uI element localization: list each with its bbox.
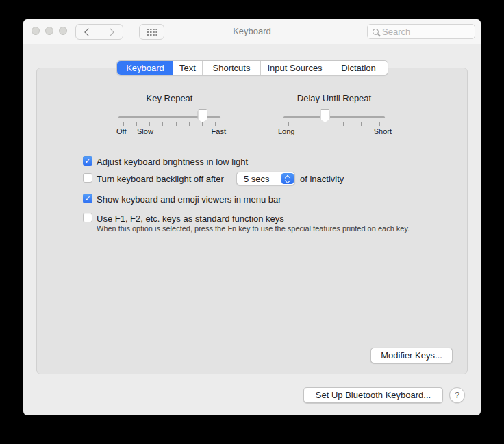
search-icon [373, 29, 379, 35]
setup-bluetooth-keyboard-button[interactable]: Set Up Bluetooth Keyboard... [303, 387, 443, 403]
checkbox-function-keys-label: Use F1, F2, etc. keys as standard functi… [97, 213, 284, 224]
slider-track[interactable] [284, 116, 385, 118]
slider-label-fast: Fast [212, 127, 226, 135]
popup-stepper [281, 173, 294, 184]
checkbox-show-viewers-label: Show keyboard and emoji viewers in menu … [97, 194, 281, 205]
tab-input-sources[interactable]: Input Sources [261, 61, 329, 75]
modifier-keys-button[interactable]: Modifier Keys... [370, 348, 453, 363]
checkbox-backlight-off-label: Turn keyboard backlight off after [97, 174, 224, 184]
checkbox-function-keys[interactable] [83, 213, 92, 222]
checkbox-show-viewers[interactable] [83, 194, 92, 203]
search-field[interactable] [367, 24, 475, 39]
slider-label-short: Short [374, 127, 392, 135]
slider-label-off: Off [116, 127, 126, 135]
slider-ticks [288, 122, 380, 126]
checkbox-adjust-brightness-label: Adjust keyboard brightness in low light [97, 157, 248, 167]
slider-thumb[interactable] [197, 109, 207, 122]
key-repeat-slider[interactable]: Key Repeat Off Slow Fast [118, 93, 220, 137]
checkbox-backlight-off[interactable] [83, 173, 92, 183]
help-button[interactable]: ? [449, 387, 465, 403]
checkbox-adjust-brightness[interactable] [83, 156, 92, 166]
tab-shortcuts[interactable]: Shortcuts [203, 61, 261, 75]
key-repeat-title: Key Repeat [118, 93, 220, 103]
slider-label-long: Long [278, 127, 294, 135]
slider-label-slow: Slow [137, 127, 153, 135]
slider-ticks [123, 122, 216, 126]
tab-bar: Keyboard Text Shortcuts Input Sources Di… [116, 60, 388, 75]
delay-until-repeat-slider[interactable]: Delay Until Repeat Long Short [284, 93, 385, 137]
tab-dictation[interactable]: Dictation [329, 61, 388, 75]
tab-keyboard[interactable]: Keyboard [117, 61, 173, 75]
keyboard-preferences-window: Keyboard Keyboard Text Shortcuts Input S… [23, 19, 481, 415]
backlight-timeout-popup[interactable]: 5 secs [236, 172, 295, 185]
search-input[interactable] [382, 27, 464, 37]
slider-thumb[interactable] [320, 109, 330, 122]
popup-selected-value: 5 secs [244, 174, 270, 184]
title-bar: Keyboard [23, 19, 481, 44]
function-keys-note: When this option is selected, press the … [97, 224, 475, 234]
delay-until-repeat-title: Delay Until Repeat [284, 93, 385, 103]
tab-text[interactable]: Text [173, 61, 203, 75]
backlight-suffix-label: of inactivity [300, 174, 344, 184]
